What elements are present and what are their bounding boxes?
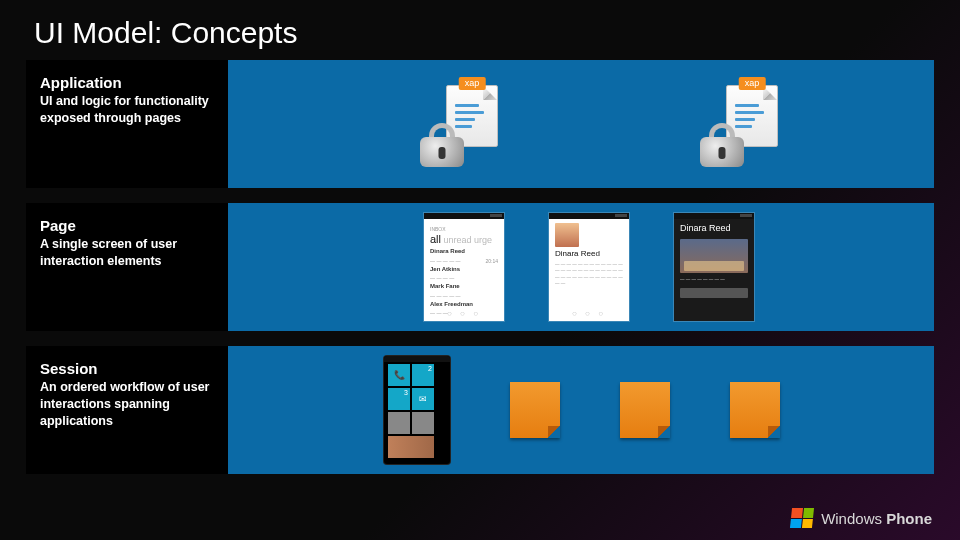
band-page: INBOXall unread urge Dinara Reed— — — — … bbox=[224, 203, 934, 331]
slide-title: UI Model: Concepts bbox=[0, 0, 960, 60]
xap-label: xap bbox=[459, 77, 486, 90]
heading-session: Session bbox=[40, 360, 214, 377]
label-card-session: Session An ordered workflow of user inte… bbox=[26, 346, 228, 474]
xap-package-icon: xap bbox=[704, 85, 784, 163]
row-page: Page A single screen of user interaction… bbox=[26, 203, 934, 331]
band-application: xap xap bbox=[224, 60, 934, 188]
lock-icon bbox=[420, 123, 464, 167]
note-card-icon bbox=[730, 382, 780, 438]
footer-brand: Windows Phone bbox=[791, 508, 932, 528]
page-thumb-inbox: INBOXall unread urge Dinara Reed— — — — … bbox=[424, 213, 504, 321]
xap-label: xap bbox=[739, 77, 766, 90]
desc-page: A single screen of user interaction elem… bbox=[40, 236, 214, 270]
desc-application: UI and logic for functionality exposed t… bbox=[40, 93, 214, 127]
heading-application: Application bbox=[40, 74, 214, 91]
xap-package-icon: xap bbox=[424, 85, 504, 163]
band-session bbox=[224, 346, 934, 474]
note-card-icon bbox=[620, 382, 670, 438]
note-card-icon bbox=[510, 382, 560, 438]
row-application: Application UI and logic for functionali… bbox=[26, 60, 934, 188]
lock-icon bbox=[700, 123, 744, 167]
label-card-application: Application UI and logic for functionali… bbox=[26, 60, 228, 188]
page-thumb-profile: Dinara Reed — — — — — — — — — — — — — — … bbox=[549, 213, 629, 321]
phone-start-screen bbox=[384, 356, 450, 464]
heading-page: Page bbox=[40, 217, 214, 234]
row-session: Session An ordered workflow of user inte… bbox=[26, 346, 934, 474]
page-thumb-dark-profile: Dinara Reed — — — — — — — — bbox=[674, 213, 754, 321]
label-card-page: Page A single screen of user interaction… bbox=[26, 203, 228, 331]
desc-session: An ordered workflow of user interactions… bbox=[40, 379, 214, 430]
concept-rows: Application UI and logic for functionali… bbox=[0, 60, 960, 474]
windows-flag-icon bbox=[790, 508, 814, 528]
